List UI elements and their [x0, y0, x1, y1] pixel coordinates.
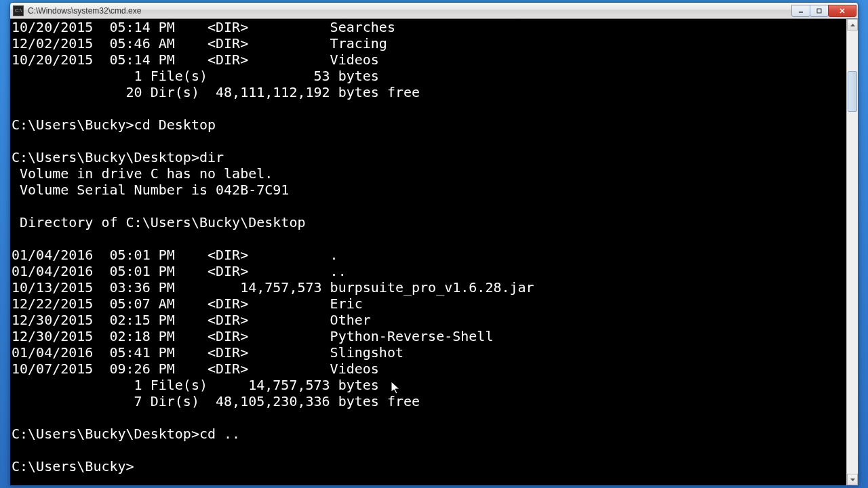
console-line: C:\Users\Bucky\Desktop>cd ..	[12, 426, 240, 442]
console-line: 12/02/2015 05:46 AM <DIR> Tracing	[12, 35, 387, 52]
console-line: 01/04/2016 05:01 PM <DIR> ..	[12, 263, 347, 279]
console-line: 10/13/2015 03:36 PM 14,757,573 burpsuite…	[12, 279, 534, 296]
close-button[interactable]	[828, 5, 856, 17]
vertical-scrollbar[interactable]	[846, 19, 858, 485]
console-line: 10/07/2015 09:26 PM <DIR> Videos	[12, 361, 379, 377]
console-line: 7 Dir(s) 48,105,230,336 bytes free	[12, 393, 420, 409]
console-line: 10/20/2015 05:14 PM <DIR> Searches	[12, 19, 395, 35]
console-line: 12/22/2015 05:07 AM <DIR> Eric	[12, 296, 363, 312]
console-area: 10/20/2015 05:14 PM <DIR> Searches 12/02…	[10, 19, 858, 485]
console-line: Volume Serial Number is 042B-7C91	[12, 182, 289, 198]
cmd-icon: C:\	[13, 5, 24, 16]
minimize-button[interactable]	[791, 5, 810, 17]
console-line: 1 File(s) 53 bytes	[12, 68, 379, 84]
svg-marker-4	[850, 24, 855, 26]
svg-rect-1	[817, 9, 821, 13]
scrollbar-thumb[interactable]	[848, 71, 857, 112]
maximize-button[interactable]	[810, 5, 829, 17]
console-line: 1 File(s) 14,757,573 bytes	[12, 377, 379, 393]
console-line: 12/30/2015 02:15 PM <DIR> Other	[12, 312, 371, 328]
svg-marker-5	[850, 479, 855, 481]
scroll-up-button[interactable]	[847, 19, 858, 30]
scroll-down-button[interactable]	[847, 474, 858, 485]
console-line: C:\Users\Bucky\Desktop>dir	[12, 149, 224, 165]
window-title: C:\Windows\system32\cmd.exe	[28, 6, 792, 16]
console-line: 20 Dir(s) 48,111,112,192 bytes free	[12, 84, 420, 100]
console-line: 10/20/2015 05:14 PM <DIR> Videos	[12, 52, 379, 68]
console-output[interactable]: 10/20/2015 05:14 PM <DIR> Searches 12/02…	[10, 19, 846, 485]
console-line: 01/04/2016 05:01 PM <DIR> .	[12, 247, 338, 263]
console-line: 01/04/2016 05:41 PM <DIR> Slingshot	[12, 344, 403, 361]
titlebar[interactable]: C:\ C:\Windows\system32\cmd.exe	[10, 3, 858, 19]
scrollbar-track[interactable]	[847, 30, 858, 474]
cmd-window: C:\ C:\Windows\system32\cmd.exe 10/20/20…	[9, 2, 859, 486]
console-line: 12/30/2015 02:18 PM <DIR> Python-Reverse…	[12, 328, 493, 344]
console-line: C:\Users\Bucky>cd Desktop	[12, 117, 216, 133]
console-line: Volume in drive C has no label.	[12, 165, 273, 182]
prompt-line[interactable]: C:\Users\Bucky>	[12, 458, 134, 474]
console-line: Directory of C:\Users\Bucky\Desktop	[12, 214, 305, 230]
window-controls	[792, 5, 856, 17]
